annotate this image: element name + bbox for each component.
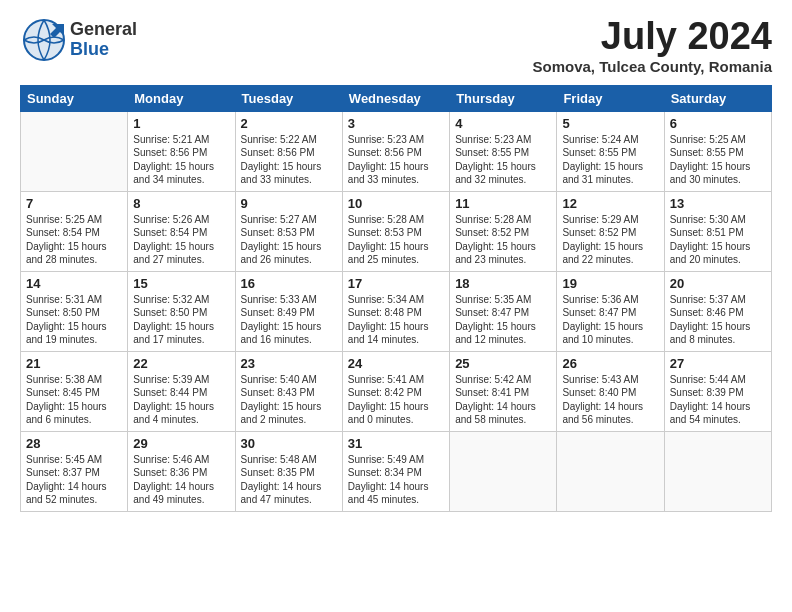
day-number: 20	[670, 276, 766, 291]
table-row: 2 Sunrise: 5:22 AMSunset: 8:56 PMDayligh…	[235, 111, 342, 191]
header: General Blue July 2024 Somova, Tulcea Co…	[20, 16, 772, 75]
day-number: 19	[562, 276, 658, 291]
table-row: 1 Sunrise: 5:21 AMSunset: 8:56 PMDayligh…	[128, 111, 235, 191]
day-number: 26	[562, 356, 658, 371]
day-number: 22	[133, 356, 229, 371]
cell-info: Sunrise: 5:23 AMSunset: 8:56 PMDaylight:…	[348, 133, 444, 187]
cell-info: Sunrise: 5:30 AMSunset: 8:51 PMDaylight:…	[670, 213, 766, 267]
day-number: 21	[26, 356, 122, 371]
location-subtitle: Somova, Tulcea County, Romania	[533, 58, 773, 75]
day-number: 4	[455, 116, 551, 131]
title-section: July 2024 Somova, Tulcea County, Romania	[533, 16, 773, 75]
cell-info: Sunrise: 5:25 AMSunset: 8:55 PMDaylight:…	[670, 133, 766, 187]
day-number: 11	[455, 196, 551, 211]
cell-info: Sunrise: 5:41 AMSunset: 8:42 PMDaylight:…	[348, 373, 444, 427]
table-row: 4 Sunrise: 5:23 AMSunset: 8:55 PMDayligh…	[450, 111, 557, 191]
cell-info: Sunrise: 5:49 AMSunset: 8:34 PMDaylight:…	[348, 453, 444, 507]
table-row	[557, 431, 664, 511]
cell-info: Sunrise: 5:43 AMSunset: 8:40 PMDaylight:…	[562, 373, 658, 427]
month-year-title: July 2024	[533, 16, 773, 58]
cell-info: Sunrise: 5:26 AMSunset: 8:54 PMDaylight:…	[133, 213, 229, 267]
day-number: 12	[562, 196, 658, 211]
logo-general-text: General	[70, 20, 137, 40]
calendar-week-row: 1 Sunrise: 5:21 AMSunset: 8:56 PMDayligh…	[21, 111, 772, 191]
cell-info: Sunrise: 5:44 AMSunset: 8:39 PMDaylight:…	[670, 373, 766, 427]
cell-info: Sunrise: 5:42 AMSunset: 8:41 PMDaylight:…	[455, 373, 551, 427]
weekday-header-row: Sunday Monday Tuesday Wednesday Thursday…	[21, 85, 772, 111]
day-number: 24	[348, 356, 444, 371]
cell-info: Sunrise: 5:24 AMSunset: 8:55 PMDaylight:…	[562, 133, 658, 187]
header-friday: Friday	[557, 85, 664, 111]
table-row: 8 Sunrise: 5:26 AMSunset: 8:54 PMDayligh…	[128, 191, 235, 271]
table-row: 9 Sunrise: 5:27 AMSunset: 8:53 PMDayligh…	[235, 191, 342, 271]
calendar-week-row: 21 Sunrise: 5:38 AMSunset: 8:45 PMDaylig…	[21, 351, 772, 431]
table-row: 13 Sunrise: 5:30 AMSunset: 8:51 PMDaylig…	[664, 191, 771, 271]
day-number: 5	[562, 116, 658, 131]
day-number: 29	[133, 436, 229, 451]
table-row	[664, 431, 771, 511]
table-row: 31 Sunrise: 5:49 AMSunset: 8:34 PMDaylig…	[342, 431, 449, 511]
cell-info: Sunrise: 5:37 AMSunset: 8:46 PMDaylight:…	[670, 293, 766, 347]
header-saturday: Saturday	[664, 85, 771, 111]
logo: General Blue	[20, 16, 137, 64]
table-row: 11 Sunrise: 5:28 AMSunset: 8:52 PMDaylig…	[450, 191, 557, 271]
day-number: 30	[241, 436, 337, 451]
globe-icon	[20, 16, 68, 64]
table-row: 18 Sunrise: 5:35 AMSunset: 8:47 PMDaylig…	[450, 271, 557, 351]
day-number: 17	[348, 276, 444, 291]
day-number: 10	[348, 196, 444, 211]
day-number: 31	[348, 436, 444, 451]
cell-info: Sunrise: 5:33 AMSunset: 8:49 PMDaylight:…	[241, 293, 337, 347]
table-row: 7 Sunrise: 5:25 AMSunset: 8:54 PMDayligh…	[21, 191, 128, 271]
table-row: 17 Sunrise: 5:34 AMSunset: 8:48 PMDaylig…	[342, 271, 449, 351]
table-row: 19 Sunrise: 5:36 AMSunset: 8:47 PMDaylig…	[557, 271, 664, 351]
day-number: 13	[670, 196, 766, 211]
cell-info: Sunrise: 5:28 AMSunset: 8:53 PMDaylight:…	[348, 213, 444, 267]
table-row: 24 Sunrise: 5:41 AMSunset: 8:42 PMDaylig…	[342, 351, 449, 431]
calendar-table: Sunday Monday Tuesday Wednesday Thursday…	[20, 85, 772, 512]
calendar-page: General Blue July 2024 Somova, Tulcea Co…	[0, 0, 792, 528]
header-thursday: Thursday	[450, 85, 557, 111]
day-number: 8	[133, 196, 229, 211]
logo-blue-text: Blue	[70, 40, 137, 60]
table-row: 28 Sunrise: 5:45 AMSunset: 8:37 PMDaylig…	[21, 431, 128, 511]
cell-info: Sunrise: 5:36 AMSunset: 8:47 PMDaylight:…	[562, 293, 658, 347]
day-number: 16	[241, 276, 337, 291]
cell-info: Sunrise: 5:22 AMSunset: 8:56 PMDaylight:…	[241, 133, 337, 187]
table-row: 14 Sunrise: 5:31 AMSunset: 8:50 PMDaylig…	[21, 271, 128, 351]
cell-info: Sunrise: 5:25 AMSunset: 8:54 PMDaylight:…	[26, 213, 122, 267]
calendar-week-row: 28 Sunrise: 5:45 AMSunset: 8:37 PMDaylig…	[21, 431, 772, 511]
day-number: 15	[133, 276, 229, 291]
cell-info: Sunrise: 5:45 AMSunset: 8:37 PMDaylight:…	[26, 453, 122, 507]
day-number: 14	[26, 276, 122, 291]
table-row: 15 Sunrise: 5:32 AMSunset: 8:50 PMDaylig…	[128, 271, 235, 351]
cell-info: Sunrise: 5:21 AMSunset: 8:56 PMDaylight:…	[133, 133, 229, 187]
table-row: 26 Sunrise: 5:43 AMSunset: 8:40 PMDaylig…	[557, 351, 664, 431]
cell-info: Sunrise: 5:32 AMSunset: 8:50 PMDaylight:…	[133, 293, 229, 347]
cell-info: Sunrise: 5:38 AMSunset: 8:45 PMDaylight:…	[26, 373, 122, 427]
day-number: 1	[133, 116, 229, 131]
header-tuesday: Tuesday	[235, 85, 342, 111]
header-wednesday: Wednesday	[342, 85, 449, 111]
header-monday: Monday	[128, 85, 235, 111]
calendar-week-row: 14 Sunrise: 5:31 AMSunset: 8:50 PMDaylig…	[21, 271, 772, 351]
cell-info: Sunrise: 5:46 AMSunset: 8:36 PMDaylight:…	[133, 453, 229, 507]
cell-info: Sunrise: 5:35 AMSunset: 8:47 PMDaylight:…	[455, 293, 551, 347]
day-number: 27	[670, 356, 766, 371]
table-row	[21, 111, 128, 191]
cell-info: Sunrise: 5:48 AMSunset: 8:35 PMDaylight:…	[241, 453, 337, 507]
day-number: 18	[455, 276, 551, 291]
day-number: 28	[26, 436, 122, 451]
table-row: 29 Sunrise: 5:46 AMSunset: 8:36 PMDaylig…	[128, 431, 235, 511]
header-sunday: Sunday	[21, 85, 128, 111]
cell-info: Sunrise: 5:28 AMSunset: 8:52 PMDaylight:…	[455, 213, 551, 267]
table-row: 5 Sunrise: 5:24 AMSunset: 8:55 PMDayligh…	[557, 111, 664, 191]
table-row: 6 Sunrise: 5:25 AMSunset: 8:55 PMDayligh…	[664, 111, 771, 191]
day-number: 23	[241, 356, 337, 371]
day-number: 2	[241, 116, 337, 131]
cell-info: Sunrise: 5:29 AMSunset: 8:52 PMDaylight:…	[562, 213, 658, 267]
calendar-week-row: 7 Sunrise: 5:25 AMSunset: 8:54 PMDayligh…	[21, 191, 772, 271]
day-number: 9	[241, 196, 337, 211]
table-row: 25 Sunrise: 5:42 AMSunset: 8:41 PMDaylig…	[450, 351, 557, 431]
day-number: 6	[670, 116, 766, 131]
